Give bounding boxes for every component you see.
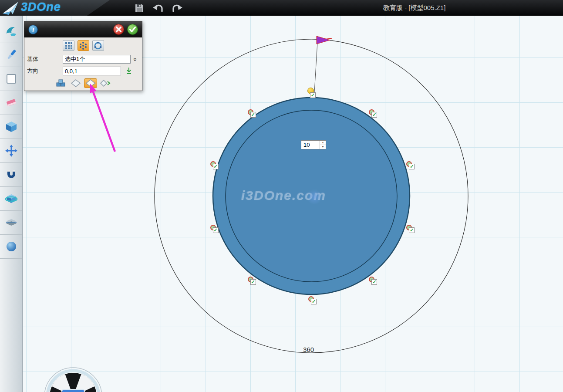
option-pattern-geometry[interactable] [54,78,67,88]
count-spinner: ▲ ▼ [320,141,326,149]
pattern-instance-marker[interactable]: ✓ [210,225,220,234]
tab-linear-pattern[interactable] [63,40,74,51]
sidebar-item-magnet[interactable] [0,163,22,187]
sketch-icon [5,72,18,85]
cancel-icon [113,24,125,35]
save-button[interactable] [133,3,145,14]
sidebar-item-section[interactable] [0,211,22,235]
window-title: 教育版 - [模型005.Z1] [383,0,445,16]
sidebar-item-sphere[interactable] [0,235,22,259]
sidebar-item-primitives[interactable] [0,19,22,43]
sphere-icon [5,240,18,253]
move-icon [5,144,18,157]
instance-checkbox[interactable]: ✓ [213,227,219,233]
curve-pattern-icon [94,41,102,50]
instance-checkbox[interactable]: ✓ [409,164,415,169]
app-logo-icon [2,1,19,15]
base-field-row: 基体 » [24,54,142,65]
sidebar-item-move[interactable] [0,139,22,163]
pattern-type-tabs [24,40,142,51]
titlebar: 3DOne 教育版 - [模型005.Z1] [0,0,563,16]
dialog-header: i [24,21,142,37]
instance-count-input[interactable] [301,141,320,149]
instance-checkbox[interactable]: ✓ [250,112,256,118]
direction-label: 方向 [27,67,63,75]
view-navigation-ball[interactable] [41,365,106,392]
cancel-button[interactable] [111,23,125,36]
confirm-icon [127,24,138,35]
sidebar-item-cube[interactable] [0,115,22,139]
navball-front-face-button[interactable] [62,389,84,392]
base-input[interactable] [63,55,131,64]
pattern-instance-marker[interactable]: ✓ [210,161,220,171]
direction-input[interactable] [63,67,121,75]
instance-checkbox[interactable]: ✓ [371,279,377,285]
pattern-instance-marker[interactable]: ✓ [308,296,318,306]
info-button[interactable]: i [27,24,39,36]
sweep-angle-label: 360 [303,346,314,353]
pattern-instance-marker[interactable]: ✓ [248,109,257,119]
instance-checkbox[interactable]: ✓ [409,227,415,233]
pattern-instance-marker[interactable]: ✓ [406,161,416,171]
eraser-icon [5,96,18,109]
sidebar-item-sketch[interactable] [0,67,22,91]
option-pattern-face[interactable] [69,78,82,88]
direction-field-row: 方向 [24,65,142,77]
linear-pattern-icon [64,41,73,50]
undo-button[interactable] [152,3,165,14]
tab-circular-pattern[interactable] [78,40,89,51]
option-pattern-selected[interactable] [84,78,97,88]
save-icon [135,3,144,13]
sidebar-item-brush[interactable] [0,43,22,67]
pattern-origin-handle[interactable]: ✓ [308,90,318,99]
undo-icon [153,3,164,14]
face-pattern-icon [70,79,81,88]
brush-icon [5,48,18,61]
tool-sidebar [0,16,23,392]
feature-icon [5,192,18,205]
base-label: 基体 [27,55,63,63]
derive-pattern-icon [100,79,111,88]
dialog-body: 基体 » 方向 [24,37,142,91]
tab-curve-pattern[interactable] [92,40,104,51]
pattern-instance-marker[interactable]: ✓ [369,277,378,286]
redo-icon [171,3,182,14]
magnet-icon [5,168,18,181]
watermark-orb [307,189,322,205]
selected-pattern-icon [85,79,96,88]
pattern-options-row [24,78,142,88]
pattern-instance-marker[interactable]: ✓ [406,225,416,234]
option-pattern-derive[interactable] [99,78,112,88]
instance-checkbox[interactable]: ✓ [311,299,317,304]
instance-count-box: ▲ ▼ [301,140,326,149]
confirm-button[interactable] [125,23,139,36]
cube-icon [5,120,18,133]
sidebar-item-eraser[interactable] [0,91,22,115]
count-increment-button[interactable]: ▲ [320,141,326,145]
redo-button[interactable] [171,3,183,14]
instance-checkbox[interactable]: ✓ [250,279,256,285]
geometry-pattern-icon [55,79,67,88]
instance-checkbox[interactable]: ✓ [371,112,377,118]
app-logo-text: 3DOne [21,0,61,14]
circular-pattern-icon [79,41,88,50]
primitives-icon [5,24,18,37]
instance-checkbox[interactable]: ✓ [310,92,316,98]
instance-checkbox[interactable]: ✓ [213,164,219,169]
direction-pick-icon[interactable] [125,68,132,75]
pattern-instance-marker[interactable]: ✓ [369,109,378,119]
count-decrement-button[interactable]: ▼ [320,145,326,149]
info-icon: i [28,25,38,34]
section-icon [5,216,18,229]
expand-chevron-icon[interactable]: » [132,56,139,63]
pattern-dialog: i [24,21,142,91]
pattern-instance-marker[interactable]: ✓ [248,277,257,286]
sidebar-item-feature[interactable] [0,187,22,211]
